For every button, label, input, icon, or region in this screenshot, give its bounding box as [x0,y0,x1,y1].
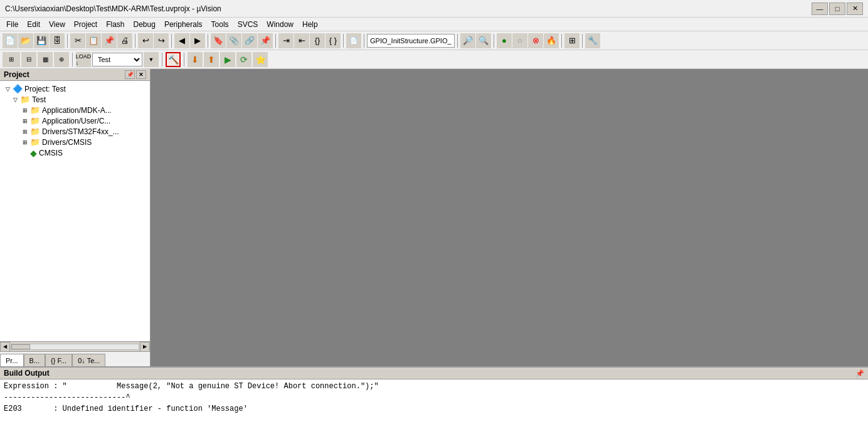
expand-root: ▽ [3,86,13,92]
expand-cmsis [20,150,30,156]
project-tree: ▽ 🔷 Project: Test ▽ 📁 Test ⊞ 📁 Applicati… [0,81,150,341]
tree-item-drcmsis[interactable]: ⊞ 📁 Drivers/CMSIS [0,137,150,147]
title-bar: C:\Users\xiaoxian\Desktop\Test\MDK-ARM\T… [0,0,868,18]
panel-close-button[interactable]: ✕ [136,70,146,79]
menu-item-edit[interactable]: Edit [23,19,44,30]
menu-bar: FileEditViewProjectFlashDebugPeripherals… [0,18,868,31]
bookmark2-button[interactable]: 📎 [226,33,241,48]
menu-item-peripherals[interactable]: Peripherals [161,19,206,30]
toolbar1: 📄 📂 💾 🗄 ✂ 📋 📌 🖨 ↩ ↪ ◀ ▶ 🔖 📎 🔗 📌 ⇥ ⇤ {} {… [0,31,868,50]
menu-item-svcs[interactable]: SVCS [234,19,262,30]
stm32-folder-icon: 📁 [30,127,40,136]
menu-item-project[interactable]: Project [70,19,101,30]
title-text: C:\Users\xiaoxian\Desktop\Test\MDK-ARM\T… [5,4,221,13]
incremental-build-button[interactable]: ⬆ [204,52,219,67]
tree-item-test[interactable]: ▽ 📁 Test [0,94,150,105]
target-dropdown[interactable]: Test [92,53,142,66]
debug-stop-button[interactable]: ○ [512,33,527,48]
menu-item-window[interactable]: Window [263,19,297,30]
bookmark-button[interactable]: 🔖 [211,33,226,48]
nav-fwd-button[interactable]: ▶ [190,33,205,48]
tb2-btn3[interactable]: ▦ [38,52,53,67]
tree-item-stm32[interactable]: ⊞ 📁 Drivers/STM32F4xx_... [0,126,150,137]
tb2-btn4[interactable]: ⊕ [54,52,69,67]
nav-back-button[interactable]: ◀ [174,33,189,48]
cut-button[interactable]: ✂ [70,33,85,48]
debug-run-button[interactable]: ● [497,33,512,48]
save-all-button[interactable]: 🗄 [50,33,65,48]
cmsis-diamond-icon: ◆ [30,148,37,158]
sep-t2-1 [72,53,73,66]
open-file-button[interactable]: 📂 [18,33,33,48]
undo-button[interactable]: ↩ [138,33,153,48]
bottom-tab-0[interactable]: Pr... [0,354,24,366]
scroll-track[interactable] [11,344,139,350]
debug-start-highlighted-button[interactable]: 🔨 [166,52,181,67]
tree-label-cmsis: CMSIS [39,149,63,157]
menu-item-file[interactable]: File [3,19,22,30]
sep-t2-3 [184,53,184,66]
download-button[interactable]: ⬇ [188,52,203,67]
tree-item-cmsis[interactable]: ◆ CMSIS [0,147,150,159]
build-all-button[interactable]: ▶ [220,52,235,67]
bottom-tab-1[interactable]: B... [24,354,46,366]
appmdk-folder-icon: 📁 [30,105,40,115]
target-dropdown-arrow[interactable]: ▼ [144,52,159,67]
bookmark3-button[interactable]: 🔗 [242,33,257,48]
inspect-button[interactable]: 🔍 [476,33,491,48]
sep10 [561,34,562,48]
build-output-content[interactable]: Expression : " Message(2, "Not a genuine… [0,379,868,429]
bookmark4-button[interactable]: 📌 [258,33,273,48]
menu-item-debug[interactable]: Debug [130,19,159,30]
settings-button[interactable]: 🔧 [585,33,600,48]
panel-controls: 📌 ✕ [125,70,146,79]
scroll-thumb[interactable] [11,344,30,349]
format2-button[interactable]: { } [326,33,341,48]
browse-button[interactable]: 🔎 [460,33,475,48]
scroll-right-button[interactable]: ▶ [140,342,150,352]
tb2-btn2[interactable]: ⊟ [21,52,36,67]
debug-rst-button[interactable]: 🔥 [544,33,559,48]
print-button[interactable]: 🖨 [117,33,132,48]
paste-button[interactable]: 📌 [102,33,117,48]
copy-button[interactable]: 📋 [86,33,101,48]
save-button[interactable]: 💾 [34,33,49,48]
bottom-tab-3[interactable]: 0↓ Te... [72,354,105,366]
maximize-button[interactable]: □ [829,3,845,15]
indent-button[interactable]: ⇥ [278,33,294,48]
rebuild-all-button[interactable]: ⟳ [236,52,251,67]
view-toggle-button[interactable]: ⊞ [564,33,580,48]
menu-item-flash[interactable]: Flash [102,19,128,30]
build-output-pin-icon: 📌 [855,369,864,378]
scroll-left-button[interactable]: ◀ [0,342,10,352]
project-panel: Project 📌 ✕ ▽ 🔷 Project: Test ▽ 📁 Test ⊞ [0,69,151,366]
sep3 [171,34,172,48]
search-input[interactable] [367,34,455,48]
batch-build-button[interactable]: ⭐ [253,52,268,67]
editor-area[interactable] [151,69,868,366]
tree-item-appuser[interactable]: ⊞ 📁 Application/User/C... [0,115,150,126]
format1-button[interactable]: {} [310,33,325,48]
tb2-btn1[interactable]: ⊞ [3,52,20,67]
window-controls: — □ ✕ [812,3,863,15]
redo-button[interactable]: ↪ [154,33,169,48]
tree-label-appmdk: Application/MDK-A... [42,106,112,115]
menu-item-view[interactable]: View [45,19,69,30]
bottom-tab-2[interactable]: {} F... [45,354,72,366]
menu-item-tools[interactable]: Tools [208,19,233,30]
close-button[interactable]: ✕ [847,3,863,15]
panel-pin-button[interactable]: 📌 [125,70,135,79]
tree-item-root[interactable]: ▽ 🔷 Project: Test [0,83,150,94]
file-tab-button[interactable]: 📄 [346,33,361,48]
unindent-button[interactable]: ⇤ [294,33,309,48]
load-button[interactable]: LOAD↓ [76,52,91,67]
minimize-button[interactable]: — [812,3,828,15]
build-output-header: Build Output 📌 [0,368,868,379]
tree-item-appmdk[interactable]: ⊞ 📁 Application/MDK-A... [0,105,150,115]
menu-item-help[interactable]: Help [299,19,322,30]
project-panel-header: Project 📌 ✕ [0,69,150,81]
new-file-button[interactable]: 📄 [3,33,18,48]
sep5 [275,34,276,48]
debug-stop-red-button[interactable]: ⊗ [528,33,543,48]
test-folder-icon: 📁 [20,95,30,104]
